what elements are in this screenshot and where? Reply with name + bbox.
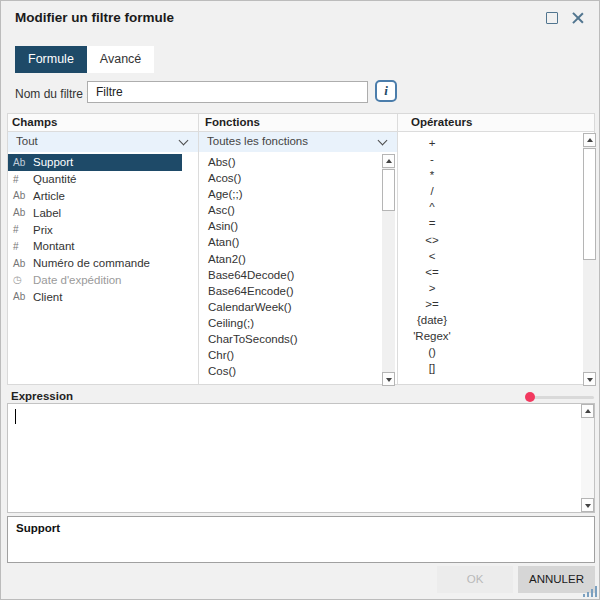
scroll-up-button[interactable] (583, 133, 596, 147)
operateurs-list: + - * / ^ = <> < <= > >= {date} 'Regex' … (399, 134, 583, 375)
function-item[interactable]: Base64Encode() (199, 283, 382, 299)
operator-item[interactable]: * (399, 166, 583, 182)
tab-formule[interactable]: Formule (15, 46, 87, 73)
info-icon[interactable]: i (375, 80, 397, 102)
filter-dialog: Modifier un filtre formule Formule Avanc… (0, 0, 600, 600)
number-field-icon: # (13, 224, 33, 235)
scrollbar-thumb[interactable] (583, 148, 596, 260)
text-field-icon: Ab (13, 207, 33, 218)
operateurs-scrollbar[interactable] (583, 133, 596, 386)
fonctions-list: Abs() Acos() Age(;;) Asc() Asin() Atan()… (199, 154, 382, 379)
field-item[interactable]: #Quantité (8, 171, 182, 188)
operator-item[interactable]: < (399, 247, 583, 263)
function-item[interactable]: Base64Decode() (199, 267, 382, 283)
expression-zoom-slider[interactable] (525, 391, 595, 403)
scroll-down-button[interactable] (581, 498, 594, 512)
function-item[interactable]: Age(;;) (199, 186, 382, 202)
text-field-icon: Ab (13, 157, 33, 168)
column-divider (397, 114, 398, 384)
tab-bar: Formule Avancé (15, 46, 154, 73)
field-item[interactable]: AbNuméro de commande (8, 255, 182, 272)
champs-filter-dropdown[interactable]: Tout (8, 132, 198, 152)
function-item[interactable]: CalendarWeek() (199, 299, 382, 315)
operator-item[interactable]: >= (399, 295, 583, 311)
field-item[interactable]: AbClient (8, 288, 182, 305)
text-caret (15, 409, 16, 424)
function-item[interactable]: Ceiling(;) (199, 315, 382, 331)
operator-item[interactable]: = (399, 214, 583, 230)
scroll-down-button[interactable] (583, 372, 596, 386)
expression-input[interactable] (7, 403, 595, 513)
scroll-up-button[interactable] (581, 404, 594, 418)
operator-item[interactable]: - (399, 150, 583, 166)
operateurs-header: Opérateurs (411, 116, 472, 128)
number-field-icon: # (13, 174, 33, 185)
champs-header: Champs (12, 116, 57, 128)
field-item[interactable]: ◷Date d'expédition (8, 272, 182, 289)
operator-item[interactable]: {date} (399, 311, 583, 327)
field-description-text: Support (16, 522, 60, 534)
function-item[interactable]: Acos() (199, 170, 382, 186)
dialog-title: Modifier un filtre formule (15, 10, 174, 25)
text-field-icon: Ab (13, 190, 33, 201)
operator-item[interactable]: / (399, 182, 583, 198)
field-item[interactable]: #Prix (8, 221, 182, 238)
maximize-icon[interactable] (546, 12, 558, 24)
function-item[interactable]: CharToSeconds() (199, 331, 382, 347)
tab-avance[interactable]: Avancé (87, 46, 154, 73)
ok-button[interactable]: OK (437, 566, 513, 593)
champs-list: AbSupport #Quantité AbArticle AbLabel #P… (8, 154, 182, 305)
function-item[interactable]: Asc() (199, 202, 382, 218)
operator-item[interactable]: ^ (399, 198, 583, 214)
close-icon[interactable] (571, 11, 585, 25)
fonctions-dropdown-value: Toutes les fonctions (207, 135, 308, 147)
filter-name-input[interactable] (87, 81, 368, 103)
fonctions-header: Fonctions (205, 116, 260, 128)
function-item[interactable]: Cos() (199, 363, 382, 379)
function-item[interactable]: Atan2() (199, 251, 382, 267)
function-item[interactable]: Abs() (199, 154, 382, 170)
operator-item[interactable]: <= (399, 263, 583, 279)
picker-region: Champs Fonctions Opérateurs Tout Toutes … (7, 113, 595, 385)
operator-item[interactable]: [] (399, 359, 583, 375)
chevron-down-icon (179, 136, 189, 146)
champs-dropdown-value: Tout (16, 135, 38, 147)
operator-item[interactable]: + (399, 134, 583, 150)
slider-track (531, 396, 594, 399)
operator-item[interactable]: () (399, 343, 583, 359)
field-item[interactable]: #Montant (8, 238, 182, 255)
number-field-icon: # (13, 241, 33, 252)
function-item[interactable]: Asin() (199, 218, 382, 234)
slider-knob[interactable] (525, 392, 535, 402)
field-description-panel: Support (7, 516, 595, 563)
text-field-icon: Ab (13, 291, 33, 302)
fonctions-filter-dropdown[interactable]: Toutes les fonctions (199, 132, 397, 152)
filter-name-label: Nom du filtre : (15, 87, 90, 101)
resize-grip-icon[interactable] (583, 586, 597, 597)
scroll-down-button[interactable] (382, 372, 395, 386)
scroll-up-button[interactable] (382, 154, 395, 168)
column-headers (8, 114, 594, 132)
expression-scrollbar[interactable] (581, 404, 594, 512)
scrollbar-thumb[interactable] (382, 169, 395, 211)
function-item[interactable]: Atan() (199, 234, 382, 250)
field-item[interactable]: AbArticle (8, 188, 182, 205)
operator-item[interactable]: 'Regex' (399, 327, 583, 343)
field-item[interactable]: AbLabel (8, 204, 182, 221)
field-item[interactable]: AbSupport (8, 154, 182, 171)
expression-label: Expression (11, 390, 73, 402)
chevron-down-icon (378, 136, 388, 146)
clock-icon: ◷ (13, 274, 33, 285)
fonctions-scrollbar[interactable] (382, 154, 395, 386)
text-field-icon: Ab (13, 258, 33, 269)
function-item[interactable]: Chr() (199, 347, 382, 363)
operator-item[interactable]: > (399, 279, 583, 295)
operator-item[interactable]: <> (399, 231, 583, 247)
